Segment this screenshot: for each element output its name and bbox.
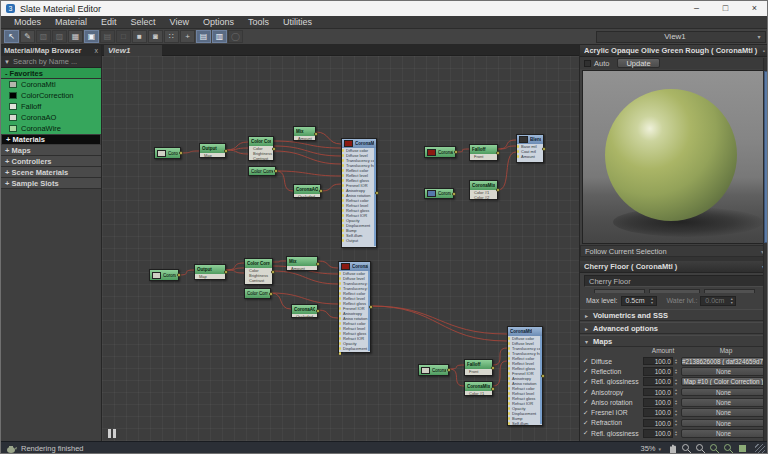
input-socket-icon[interactable] — [339, 317, 341, 319]
node-slot[interactable]: Amount — [287, 266, 317, 271]
input-socket-icon[interactable] — [508, 412, 510, 414]
node-header[interactable]: Color Correction — [245, 259, 272, 268]
node-header[interactable]: Blend — [517, 135, 543, 144]
map-slot-button[interactable]: None — [681, 388, 766, 397]
node-header[interactable]: CoronaMtl — [342, 139, 376, 148]
input-socket-icon[interactable] — [339, 297, 341, 299]
input-socket-icon[interactable] — [342, 224, 344, 226]
rollout-advanced-options[interactable]: ▸Advanced options — [580, 322, 768, 334]
node-header[interactable]: CoronaMtl — [508, 327, 542, 336]
node-slot[interactable]: Map — [195, 274, 225, 279]
input-socket-icon[interactable] — [339, 347, 341, 349]
group-maps[interactable]: + Maps — [1, 145, 101, 156]
node-output[interactable]: OutputMap — [199, 143, 226, 158]
input-socket-icon[interactable] — [508, 402, 510, 404]
material-preview[interactable] — [582, 70, 767, 244]
material-name-input[interactable]: Cherry Floor — [584, 275, 765, 287]
group-controllers[interactable]: + Controllers — [1, 156, 101, 167]
node-coronamtl[interactable]: CoronaMtl — [424, 188, 454, 199]
follow-current-selection-bar[interactable]: Follow Current Selection ▾ — [580, 245, 768, 257]
input-socket-icon[interactable] — [342, 194, 344, 196]
zoom-extents-icon[interactable] — [708, 443, 720, 454]
input-socket-icon[interactable] — [342, 229, 344, 231]
output-socket-icon[interactable] — [177, 273, 181, 277]
input-socket-icon[interactable] — [342, 214, 344, 216]
output-socket-icon[interactable] — [496, 188, 500, 192]
node-slot[interactable]: Map — [200, 153, 225, 158]
node-header[interactable]: Output — [195, 265, 225, 274]
node-coronamix[interactable]: CoronaMixColor #1 — [464, 381, 493, 396]
zoom-extents-selected-icon[interactable] — [722, 443, 734, 454]
input-socket-icon[interactable] — [339, 287, 341, 289]
spinner-arrows-icon[interactable]: ▴▾ — [673, 409, 679, 416]
node-slot[interactable]: Bump — [339, 351, 370, 356]
node-coronaao[interactable]: CoronaAOOccluded — [293, 184, 321, 198]
input-socket-icon[interactable] — [342, 199, 344, 201]
input-socket-icon[interactable] — [508, 352, 510, 354]
node-slot[interactable]: Self-illum — [508, 421, 542, 426]
input-socket-icon[interactable] — [339, 352, 341, 354]
input-socket-icon[interactable] — [508, 337, 510, 339]
input-socket-icon[interactable] — [517, 145, 519, 147]
node-coronamtl[interactable]: CoronaMtlDiffuse colorDiffuse levelTrans… — [507, 326, 543, 426]
checkbox-checked-icon[interactable]: ✓ — [583, 378, 591, 386]
menu-view[interactable]: View — [163, 16, 196, 29]
output-socket-icon[interactable] — [274, 169, 278, 173]
search-input[interactable]: ▼ Search by Name ... — [1, 56, 101, 68]
menu-select[interactable]: Select — [124, 16, 163, 29]
group-favorites[interactable]: - Favorites — [1, 68, 101, 79]
node-scrollbar[interactable] — [368, 271, 371, 351]
resize-grip[interactable] — [755, 444, 765, 454]
output-socket-icon[interactable] — [272, 147, 276, 151]
input-socket-icon[interactable] — [339, 272, 341, 274]
checkbox-checked-icon[interactable]: ✓ — [583, 419, 591, 427]
node-header[interactable]: CoronaMix — [465, 382, 492, 391]
input-socket-icon[interactable] — [342, 179, 344, 181]
layout-all-icon[interactable]: ▤ — [196, 30, 211, 43]
input-socket-icon[interactable] — [508, 407, 510, 409]
water-level-spinner[interactable]: 0.0cm ▴▾ — [700, 296, 736, 306]
input-socket-icon[interactable] — [342, 239, 344, 241]
input-socket-icon[interactable] — [339, 332, 341, 334]
node-output[interactable]: OutputMap — [194, 264, 226, 280]
chevron-down-icon[interactable]: ▾ — [658, 446, 661, 452]
close-button[interactable]: × — [740, 1, 768, 16]
input-socket-icon[interactable] — [508, 347, 510, 349]
node-color-correction[interactable]: Color Correction — [248, 166, 276, 176]
input-socket-icon[interactable] — [339, 277, 341, 279]
node-coronamix[interactable]: CoronaMixColor #1Color #2 — [469, 180, 498, 200]
input-socket-icon[interactable] — [508, 397, 510, 399]
browser-item-falloff[interactable]: Falloff — [1, 101, 101, 112]
max-level-spinner[interactable]: 0.5cm ▴▾ — [621, 296, 657, 306]
input-socket-icon[interactable] — [508, 422, 510, 424]
input-socket-icon[interactable] — [508, 387, 510, 389]
node-scrollbar[interactable] — [374, 148, 377, 246]
zoom-icon[interactable] — [680, 443, 692, 454]
node-slot[interactable]: Amount — [294, 136, 315, 141]
input-socket-icon[interactable] — [339, 307, 341, 309]
amount-value[interactable]: 100.0 — [643, 357, 673, 366]
amount-value[interactable]: 100.0 — [643, 367, 673, 376]
node-scrollbar[interactable] — [540, 336, 543, 424]
input-socket-icon[interactable] — [339, 312, 341, 314]
map-slot-button[interactable]: #2138626008 ( daf324659d71.) — [681, 357, 766, 366]
update-button[interactable]: Update — [617, 58, 659, 68]
input-socket-icon[interactable] — [517, 150, 519, 152]
output-socket-icon[interactable] — [542, 147, 546, 151]
input-socket-icon[interactable] — [508, 367, 510, 369]
maximize-button[interactable]: □ — [711, 1, 740, 16]
input-socket-icon[interactable] — [342, 189, 344, 191]
delete-selected-icon[interactable]: ▦ — [68, 30, 83, 43]
node-slot[interactable]: Occluded — [294, 194, 320, 199]
node-slot[interactable]: Occluded — [292, 314, 317, 319]
zoom-region-icon[interactable] — [694, 443, 706, 454]
node-header[interactable]: Mix — [294, 127, 315, 136]
sample-type-icon[interactable]: ■ — [132, 30, 147, 43]
input-socket-icon[interactable] — [508, 382, 510, 384]
map-slot-button[interactable]: None — [681, 367, 766, 376]
browser-item-coronamtl[interactable]: CoronaMtl — [1, 79, 101, 90]
node-header[interactable]: CoronaAO — [292, 305, 317, 314]
node-header[interactable]: Falloff — [465, 360, 492, 369]
params-scrollbar[interactable] — [763, 58, 768, 441]
move-children-icon[interactable]: + — [180, 30, 195, 43]
